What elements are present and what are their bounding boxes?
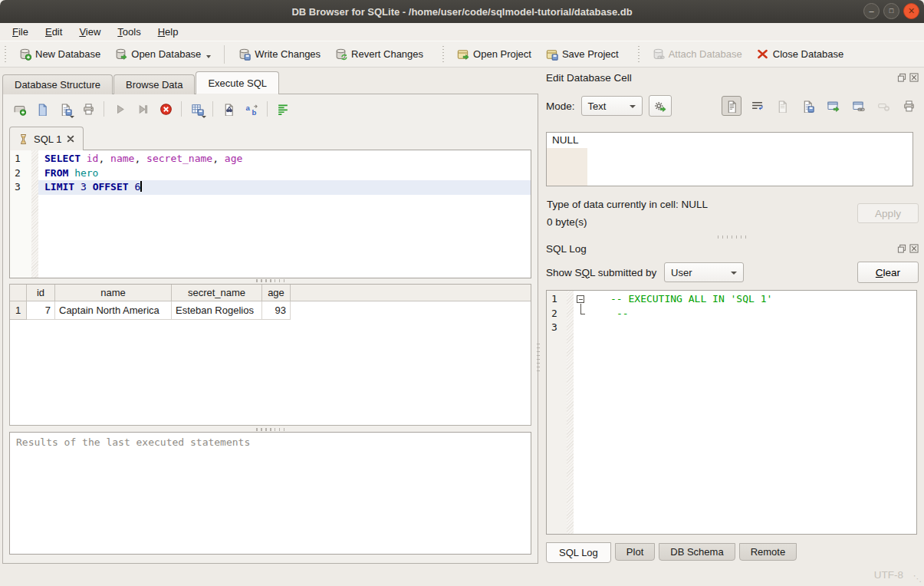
open-database-button[interactable]: Open Database xyxy=(107,44,218,64)
dock-close-icon[interactable] xyxy=(909,73,919,82)
print-icon xyxy=(82,103,95,116)
maximize-button[interactable]: □ xyxy=(883,3,899,19)
main-toolbar: New Database Open Database Write Changes… xyxy=(0,41,924,67)
results-grid[interactable]: id name secret_name age 1 7 Captain Nort… xyxy=(9,284,531,426)
filter-label: Show SQL submitted by xyxy=(546,267,659,278)
revert-changes-button[interactable]: Revert Changes xyxy=(327,44,430,64)
sql-code-area[interactable]: SELECT id, name, secret_name, ageFROM he… xyxy=(38,150,531,278)
new-sql-tab-button[interactable] xyxy=(9,99,29,119)
find-button[interactable] xyxy=(219,99,238,119)
menu-help[interactable]: Help xyxy=(152,24,185,40)
save-results-button[interactable] xyxy=(187,99,207,119)
window-controls: – □ ✕ xyxy=(863,3,919,19)
menu-view[interactable]: View xyxy=(73,24,107,40)
save-project-button[interactable]: Save Project xyxy=(538,44,626,64)
minimize-button[interactable]: – xyxy=(863,3,880,19)
execution-message-pane[interactable]: Results of the last executed statements xyxy=(9,432,531,555)
cell-id[interactable]: 7 xyxy=(27,301,55,320)
toolbar-grip[interactable] xyxy=(636,46,642,63)
write-changes-button[interactable]: Write Changes xyxy=(231,44,327,64)
export-data-icon xyxy=(801,100,814,113)
sql-log-view[interactable]: 123 -- EXECUTING ALL IN 'SQL 1'-- xyxy=(546,290,917,535)
cell-name[interactable]: Captain North America xyxy=(55,301,172,320)
toolbar-separator xyxy=(267,101,268,117)
tab-database-structure[interactable]: Database Structure xyxy=(2,74,113,94)
table-row[interactable]: 1 7 Captain North America Esteban Rogeli… xyxy=(10,301,531,320)
column-header-id[interactable]: id xyxy=(27,285,55,301)
column-header-age[interactable]: age xyxy=(262,285,291,301)
print-sql-button[interactable] xyxy=(78,99,98,119)
attach-database-button[interactable]: Attach Database xyxy=(645,44,749,64)
save-results-dropdown-icon[interactable] xyxy=(202,116,206,118)
dock-tab-db-schema[interactable]: DB Schema xyxy=(659,543,735,561)
find-replace-icon: ab xyxy=(245,103,258,116)
print-cell-button[interactable] xyxy=(899,96,919,116)
import-data-button[interactable] xyxy=(772,96,792,116)
dock-float-icon[interactable] xyxy=(897,244,906,253)
corner-header xyxy=(10,285,27,301)
link-icon xyxy=(852,100,865,113)
close-tab-icon[interactable] xyxy=(66,134,75,143)
save-sql-dropdown-icon[interactable] xyxy=(70,116,74,118)
resize-grip[interactable]: ⋱ xyxy=(913,574,921,584)
word-wrap-button[interactable] xyxy=(747,96,767,116)
find-replace-button[interactable]: ab xyxy=(242,99,261,119)
menu-edit[interactable]: Edit xyxy=(39,24,68,40)
close-button[interactable]: ✕ xyxy=(903,3,919,19)
sql-editor-tab[interactable]: SQL 1 xyxy=(9,127,84,150)
apply-button[interactable]: Apply xyxy=(857,203,919,223)
dock-tab-plot[interactable]: Plot xyxy=(615,543,655,561)
new-database-button[interactable]: New Database xyxy=(12,44,107,64)
hourglass-icon xyxy=(18,133,29,145)
execute-line-button[interactable] xyxy=(133,99,153,119)
mode-select[interactable]: Text xyxy=(581,96,643,116)
set-null-button[interactable] xyxy=(873,96,893,116)
tab-execute-sql[interactable]: Execute SQL xyxy=(196,71,279,94)
row-header[interactable]: 1 xyxy=(10,301,27,320)
submitted-by-select[interactable]: User xyxy=(664,262,744,282)
close-database-button[interactable]: Close Database xyxy=(749,44,851,64)
edit-cell-dock-header: Edit Database Cell xyxy=(546,71,919,84)
toolbar-grip[interactable] xyxy=(3,46,8,63)
dock-float-icon[interactable] xyxy=(897,73,906,82)
vertical-splitter-handle[interactable] xyxy=(537,344,540,374)
tab-browse-data[interactable]: Browse Data xyxy=(113,74,195,94)
maximize-icon: □ xyxy=(889,8,893,15)
save-project-icon xyxy=(545,48,558,61)
toolbar-grip[interactable] xyxy=(441,46,446,63)
dock-tab-remote[interactable]: Remote xyxy=(739,543,797,561)
link-button[interactable] xyxy=(848,96,868,116)
stop-execution-button[interactable] xyxy=(156,99,176,119)
splitter-handle[interactable] xyxy=(718,235,747,239)
column-header-secret-name[interactable]: secret_name xyxy=(172,285,262,301)
execute-line-icon xyxy=(136,103,150,116)
save-sql-file-button[interactable] xyxy=(55,99,75,119)
titlebar[interactable]: DB Browser for SQLite - /home/user/code/… xyxy=(0,0,924,23)
auto-mode-button[interactable] xyxy=(649,95,672,117)
splitter-handle[interactable] xyxy=(256,428,285,431)
sql-log-filter-bar: Show SQL submitted by User Clear xyxy=(546,261,919,284)
execute-all-button[interactable] xyxy=(110,99,130,119)
dock-tab-sql-log[interactable]: SQL Log xyxy=(546,542,611,563)
splitter-handle[interactable] xyxy=(256,279,285,282)
menu-file[interactable]: File xyxy=(6,24,35,40)
open-sql-file-button[interactable] xyxy=(32,99,52,119)
export-data-button[interactable] xyxy=(797,96,817,116)
column-header-name[interactable]: name xyxy=(55,285,172,301)
dock-tabbar: SQL Log Plot DB Schema Remote xyxy=(546,542,801,563)
fold-collapse-icon[interactable] xyxy=(577,295,584,303)
cell-editor[interactable]: NULL xyxy=(546,132,913,186)
sql-editor[interactable]: 123 SELECT id, name, secret_name, ageFRO… xyxy=(9,150,531,278)
open-database-dropdown-icon[interactable] xyxy=(206,55,211,58)
menu-tools[interactable]: Tools xyxy=(111,24,146,40)
dock-close-icon[interactable] xyxy=(909,244,919,253)
cell-secret-name[interactable]: Esteban Rogelios xyxy=(172,301,262,320)
open-project-button[interactable]: Open Project xyxy=(449,44,538,64)
clear-button[interactable]: Clear xyxy=(857,262,919,283)
text-mode-button[interactable] xyxy=(722,96,742,116)
open-external-button[interactable] xyxy=(823,96,843,116)
log-text-area[interactable]: -- EXECUTING ALL IN 'SQL 1'-- xyxy=(574,291,916,534)
cell-age[interactable]: 93 xyxy=(262,301,291,320)
format-sql-button[interactable] xyxy=(273,99,293,119)
word-wrap-icon xyxy=(751,100,764,113)
